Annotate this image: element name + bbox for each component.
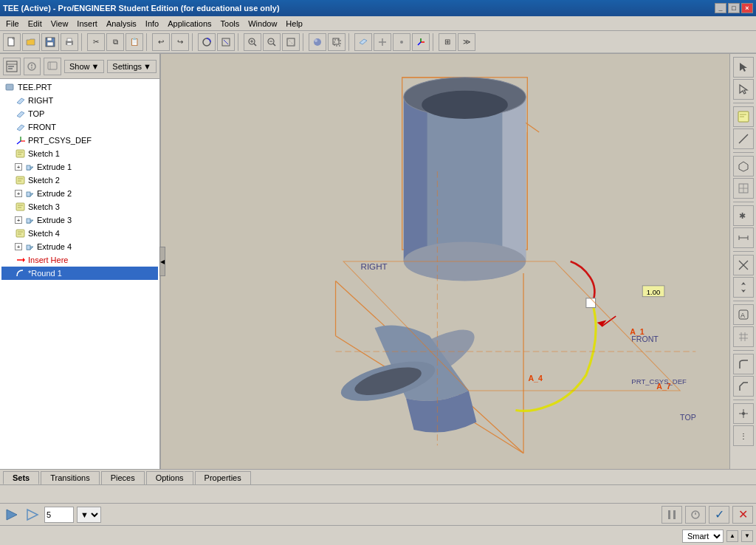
layers-button[interactable]: ⊞ (439, 33, 456, 51)
tab-properties[interactable]: Properties (195, 471, 251, 484)
tree-item-insert-here[interactable]: Insert Here (1, 253, 158, 267)
tree-item-csys[interactable]: PRT_CSYS_DEF (1, 134, 158, 147)
panel-icon2[interactable] (24, 58, 41, 75)
more-button[interactable]: ≫ (458, 33, 475, 51)
cancel-button[interactable]: ✕ (732, 506, 753, 524)
paste-button[interactable]: 📋 (126, 33, 143, 51)
tree-item-sketch2[interactable]: Sketch 2 (1, 174, 158, 187)
close-button[interactable]: × (741, 3, 753, 13)
zoom-out-button[interactable] (263, 33, 281, 51)
redo-button[interactable]: ↪ (171, 33, 189, 51)
select2-button[interactable] (733, 79, 754, 100)
tab-sets[interactable]: Sets (3, 471, 39, 484)
fillet-rt-button[interactable] (733, 354, 754, 374)
sketch-rt-button[interactable] (733, 106, 754, 127)
repaint-button[interactable] (198, 33, 216, 51)
accept-button[interactable]: ✓ (709, 506, 729, 524)
zoom-in-button[interactable] (244, 33, 261, 51)
radius-input[interactable] (44, 507, 74, 523)
settings-dropdown[interactable]: Settings ▼ (107, 60, 157, 73)
tree-item-sketch4[interactable]: Sketch 4 (1, 227, 158, 240)
cut-button[interactable]: ✂ (87, 33, 105, 51)
grid-rt-button[interactable] (733, 326, 754, 347)
menu-analysis[interactable]: Analysis (102, 18, 141, 30)
show-dropdown[interactable]: Show ▼ (64, 60, 104, 73)
panel-icon1[interactable] (3, 58, 21, 75)
copy-button[interactable]: ⧉ (106, 33, 124, 51)
expand-extrude3[interactable]: + (15, 216, 22, 224)
zoom-normal-button[interactable] (282, 33, 300, 51)
datum-csys-button[interactable] (412, 33, 430, 51)
status-icon1[interactable] (3, 506, 21, 524)
expand-extrude4[interactable]: + (15, 243, 22, 250)
scroll-up-arrow[interactable]: ▲ (726, 530, 738, 542)
tree-item-right[interactable]: RIGHT (1, 94, 158, 107)
print-button[interactable] (61, 33, 78, 51)
shading-button[interactable] (309, 33, 326, 51)
radius-dropdown[interactable]: ▼ (77, 507, 101, 523)
tree-item-top[interactable]: TOP (1, 107, 158, 120)
tree-item-extrude1[interactable]: + Extrude 1 (1, 160, 158, 174)
panel-icon3[interactable] (44, 58, 61, 75)
dim-rt-button[interactable] (733, 227, 754, 248)
tree-item-round1[interactable]: *Round 1 (1, 267, 158, 280)
tree-item-sketch3[interactable]: Sketch 3 (1, 200, 158, 213)
select3-rt-button[interactable]: A (733, 304, 754, 325)
sep7 (433, 33, 436, 51)
constrain-rt-button[interactable]: ✱ (733, 205, 754, 226)
menu-file[interactable]: File (1, 18, 24, 30)
svg-text:A: A (740, 312, 745, 319)
smart-select[interactable]: Smart (682, 529, 724, 543)
preview-button[interactable] (685, 506, 706, 524)
tree-item-extrude2[interactable]: + Extrude 2 (1, 187, 158, 200)
open-button[interactable] (22, 33, 40, 51)
menu-insert[interactable]: Insert (72, 18, 102, 30)
datum-planes-button[interactable] (354, 33, 372, 51)
tab-pieces[interactable]: Pieces (101, 471, 145, 484)
tree-item-tee-prt[interactable]: TEE.PRT (1, 80, 158, 94)
menu-info[interactable]: Info (141, 18, 163, 30)
maximize-button[interactable]: □ (728, 3, 740, 13)
scroll-down-arrow[interactable]: ▼ (741, 530, 753, 542)
panel-collapse-button[interactable]: ◀ (159, 247, 165, 276)
point-rt-button[interactable] (733, 403, 754, 424)
datum-plane-icon3 (15, 122, 27, 132)
save-button[interactable] (41, 33, 59, 51)
tree-item-extrude3[interactable]: + Extrude 3 (1, 213, 158, 227)
tree-item-sketch1[interactable]: Sketch 1 (1, 147, 158, 160)
feature-rt-button[interactable] (733, 178, 754, 199)
select-button[interactable] (733, 57, 754, 78)
svg-rect-55 (27, 192, 30, 196)
new-button[interactable] (3, 33, 21, 51)
datum-points-button[interactable] (393, 33, 410, 51)
pause-button[interactable] (662, 506, 682, 524)
more-rt-button[interactable]: ⋮ (733, 425, 754, 446)
move-rt-button[interactable] (733, 277, 754, 298)
tab-options[interactable]: Options (146, 471, 193, 484)
minimize-button[interactable]: _ (715, 3, 726, 13)
trim-rt-button[interactable] (733, 255, 754, 275)
menu-tools[interactable]: Tools (216, 18, 244, 30)
svg-point-20 (315, 39, 317, 42)
3d-rt-button[interactable] (733, 156, 754, 176)
menu-window[interactable]: Window (244, 18, 281, 30)
menu-help[interactable]: Help (281, 18, 307, 30)
menu-view[interactable]: View (47, 18, 73, 30)
refit-button[interactable] (217, 33, 235, 51)
sketch-icon2 (15, 175, 27, 185)
tree-item-front[interactable]: FRONT (1, 120, 158, 134)
hidden-lines-button[interactable] (328, 33, 346, 51)
statusbar: ▼ ✓ ✕ (0, 503, 756, 525)
datum-axes-button[interactable] (374, 33, 391, 51)
expand-extrude1[interactable]: + (15, 163, 22, 171)
menu-applications[interactable]: Applications (163, 18, 216, 30)
undo-button[interactable]: ↩ (152, 33, 170, 51)
status-icon2[interactable] (24, 506, 41, 524)
tree-label-round1: *Round 1 (28, 269, 62, 278)
tab-transitions[interactable]: Transitions (41, 471, 99, 484)
chamfer-rt-button[interactable] (733, 376, 754, 397)
menu-edit[interactable]: Edit (24, 18, 47, 30)
expand-extrude2[interactable]: + (15, 190, 22, 197)
tree-item-extrude4[interactable]: + Extrude 4 (1, 240, 158, 253)
line-rt-button[interactable] (733, 128, 754, 149)
